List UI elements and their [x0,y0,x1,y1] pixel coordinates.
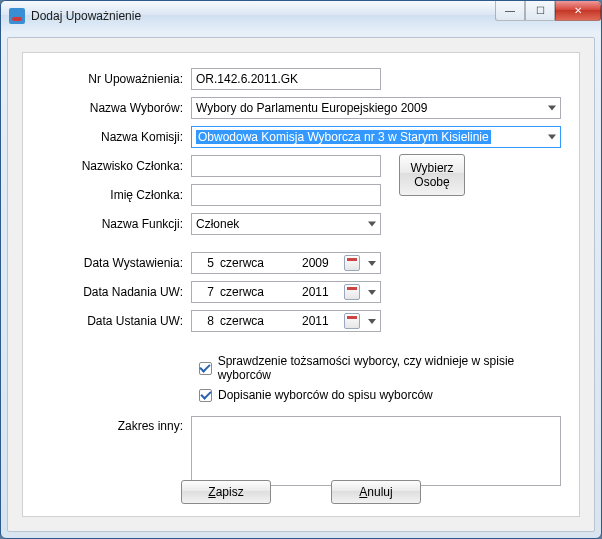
data-wyst-picker[interactable]: 5 czerwca 2009 [191,252,381,274]
label-zakres: Zakres inny: [41,416,191,433]
label-data-wyst: Data Wystawienia: [41,256,191,270]
checkbox-dopisanie[interactable]: Dopisanie wyborców do spisu wyborców [199,388,561,402]
client-area: Nr Upoważnienia: Nazwa Wyborów: Wybory d… [7,37,595,532]
wybierz-osobe-button[interactable]: Wybierz Osobę [399,154,465,196]
chevron-down-icon [368,290,376,295]
calendar-icon [344,255,360,271]
calendar-icon [344,313,360,329]
checkbox-icon [199,389,212,402]
checkbox-sprawdzenie[interactable]: Sprawdzenie tożsamości wyborcy, czy widn… [199,354,561,382]
funkcja-combo[interactable]: Członek [191,213,381,235]
label-funkcja: Nazwa Funkcji: [41,217,191,231]
chevron-down-icon [368,222,376,227]
label-imie: Imię Członka: [41,188,191,202]
chevron-down-icon [548,106,556,111]
label-data-nad: Data Nadania UW: [41,285,191,299]
zakres-textarea[interactable] [191,416,561,486]
chevron-down-icon [368,319,376,324]
imie-input[interactable] [191,184,381,206]
checkbox-sprawdzenie-label: Sprawdzenie tożsamości wyborcy, czy widn… [218,354,561,382]
close-button[interactable]: ✕ [555,1,601,21]
calendar-icon [344,284,360,300]
app-icon [9,8,25,24]
checkbox-icon [199,362,212,375]
chevron-down-icon [368,261,376,266]
window-controls: — ☐ ✕ [495,1,601,21]
maximize-button[interactable]: ☐ [525,1,555,21]
checkbox-dopisanie-label: Dopisanie wyborców do spisu wyborców [218,388,433,402]
window-title: Dodaj Upoważnienie [31,9,141,23]
anuluj-button[interactable]: Anuluj [331,480,421,504]
label-nr: Nr Upoważnienia: [41,72,191,86]
button-bar: Zapisz Anuluj [23,480,579,504]
window-frame: Dodaj Upoważnienie — ☐ ✕ Nr Upoważnienia… [0,0,602,539]
wybory-combo[interactable]: Wybory do Parlamentu Europejskiego 2009 [191,97,561,119]
komisja-combo[interactable]: Obwodowa Komisja Wyborcza nr 3 w Starym … [191,126,561,148]
label-komisja: Nazwa Komisji: [41,130,191,144]
wybory-value: Wybory do Parlamentu Europejskiego 2009 [196,101,427,115]
chevron-down-icon [548,135,556,140]
nr-input[interactable] [191,68,381,90]
label-wybory: Nazwa Wyborów: [41,101,191,115]
minimize-button[interactable]: — [495,1,525,21]
data-ust-picker[interactable]: 8 czerwca 2011 [191,310,381,332]
nazwisko-input[interactable] [191,155,381,177]
label-data-ust: Data Ustania UW: [41,314,191,328]
data-nad-picker[interactable]: 7 czerwca 2011 [191,281,381,303]
titlebar[interactable]: Dodaj Upoważnienie — ☐ ✕ [1,1,601,31]
zapisz-button[interactable]: Zapisz [181,480,271,504]
funkcja-value: Członek [196,217,239,231]
komisja-value: Obwodowa Komisja Wyborcza nr 3 w Starym … [196,130,491,144]
form-panel: Nr Upoważnienia: Nazwa Wyborów: Wybory d… [22,52,580,517]
label-nazwisko: Nazwisko Członka: [41,159,191,173]
